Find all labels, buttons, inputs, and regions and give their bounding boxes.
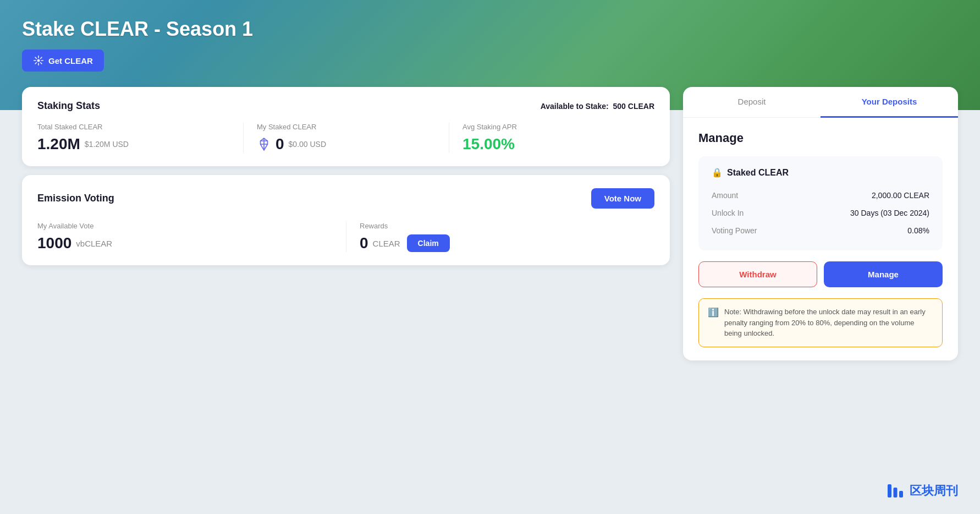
available-to-stake-label: Available to Stake: 500 CLEAR [541, 102, 654, 111]
tabs: Deposit Your Deposits [683, 87, 958, 118]
voting-power-label: Voting Power [712, 226, 757, 235]
vote-now-button[interactable]: Vote Now [591, 188, 654, 209]
my-staked-label: My Staked CLEAR [257, 123, 436, 131]
staking-stats-title: Staking Stats [37, 100, 100, 112]
amount-row: Amount 2,000.00 CLEAR [712, 187, 929, 204]
warning-icon: ℹ️ [708, 307, 719, 318]
manage-title: Manage [698, 131, 943, 145]
available-vote-unit: vbCLEAR [76, 239, 112, 248]
watermark: 区块周刊 [885, 481, 958, 501]
emission-voting-card: Emission Voting Vote Now My Available Vo… [22, 175, 670, 265]
left-panel: Staking Stats Available to Stake: 500 CL… [22, 87, 670, 265]
right-panel: Deposit Your Deposits Manage 🔒 Staked CL… [683, 87, 958, 360]
unlock-row: Unlock In 30 Days (03 Dec 2024) [712, 204, 929, 222]
avg-apr-stat: Avg Staking APR 15.00% [449, 123, 654, 153]
amount-value: 2,000.00 CLEAR [872, 191, 929, 200]
get-clear-label: Get CLEAR [48, 56, 93, 65]
lock-icon: 🔒 [712, 167, 723, 178]
voting-power-value: 0.08% [907, 226, 929, 235]
action-buttons: Withdraw Manage [698, 261, 943, 287]
clear-icon-small [257, 137, 271, 151]
svg-rect-2 [894, 488, 898, 497]
staking-stats-card: Staking Stats Available to Stake: 500 CL… [22, 87, 670, 166]
available-vote-item: My Available Vote 1000 vbCLEAR [37, 222, 346, 252]
available-vote-value: 1000 [37, 234, 71, 252]
svg-point-0 [37, 59, 40, 62]
rewards-unit: CLEAR [373, 239, 400, 248]
my-staked-stat: My Staked CLEAR 0 $0.00 USD [243, 123, 449, 153]
total-staked-label: Total Staked CLEAR [37, 123, 230, 131]
rewards-label: Rewards [360, 222, 641, 230]
page-title: Stake CLEAR - Season 1 [22, 18, 958, 41]
amount-label: Amount [712, 191, 738, 200]
claim-button[interactable]: Claim [407, 234, 450, 252]
tab-your-deposits[interactable]: Your Deposits [821, 87, 958, 118]
my-staked-value: 0 [276, 135, 284, 153]
unlock-label: Unlock In [712, 209, 744, 217]
voting-power-row: Voting Power 0.08% [712, 222, 929, 239]
snowflake-icon [33, 55, 44, 66]
svg-rect-1 [888, 484, 891, 497]
right-panel-content: Manage 🔒 Staked CLEAR Amount 2,000.00 CL… [683, 118, 958, 360]
manage-button[interactable]: Manage [824, 261, 943, 287]
available-vote-label: My Available Vote [37, 222, 333, 230]
tab-deposit[interactable]: Deposit [683, 87, 821, 118]
warning-text: Note: Withdrawing before the unlock date… [724, 307, 933, 339]
available-to-stake-value: 500 CLEAR [613, 102, 654, 111]
get-clear-button[interactable]: Get CLEAR [22, 50, 104, 72]
avg-apr-label: Avg Staking APR [463, 123, 641, 131]
staked-section-title: Staked CLEAR [727, 168, 789, 178]
emission-voting-title: Emission Voting [37, 193, 114, 204]
rewards-value: 0 [360, 234, 368, 252]
unlock-value: 30 Days (03 Dec 2024) [850, 209, 929, 217]
total-staked-usd: $1.20M USD [85, 140, 129, 149]
watermark-icon [885, 481, 905, 501]
warning-note: ℹ️ Note: Withdrawing before the unlock d… [698, 298, 943, 347]
svg-rect-3 [899, 491, 903, 497]
my-staked-usd: $0.00 USD [289, 140, 326, 149]
withdraw-button[interactable]: Withdraw [698, 261, 817, 287]
staked-section: 🔒 Staked CLEAR Amount 2,000.00 CLEAR Unl… [698, 156, 943, 250]
total-staked-stat: Total Staked CLEAR 1.20M $1.20M USD [37, 123, 243, 153]
total-staked-value: 1.20M [37, 135, 80, 153]
avg-apr-value: 15.00% [463, 135, 641, 153]
rewards-item: Rewards 0 CLEAR Claim [346, 222, 654, 252]
watermark-text: 区块周刊 [910, 483, 958, 499]
